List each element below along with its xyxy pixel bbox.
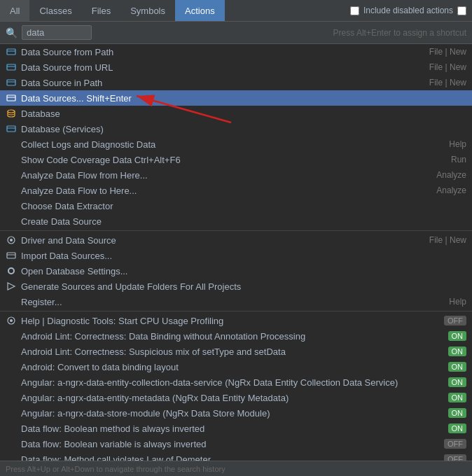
empty-icon xyxy=(6,438,17,449)
search-hint: Press Alt+Enter to assign a shortcut xyxy=(333,28,466,38)
list-item[interactable]: Data Source from Path File | New xyxy=(0,44,472,59)
svg-rect-2 xyxy=(7,64,15,70)
list-item[interactable]: Help | Diagnostic Tools: Start CPU Usage… xyxy=(0,313,472,328)
list-area[interactable]: Data Source from Path File | New Data So… xyxy=(0,44,472,461)
item-label: Create Data Source xyxy=(21,216,466,227)
list-item[interactable]: Database (Services) xyxy=(0,121,472,136)
list-item[interactable]: Angular: a-ngrx-data-entity-metadata (Ng… xyxy=(0,390,472,405)
empty-icon xyxy=(6,185,17,196)
svg-rect-13 xyxy=(7,253,15,258)
item-label: Data flow: Boolean method is always inve… xyxy=(21,424,444,434)
item-label: Generate Sources and Update Folders For … xyxy=(21,281,466,292)
tab-all[interactable]: All xyxy=(0,0,29,21)
list-item[interactable]: Show Code Coverage Data Ctrl+Alt+F6 Run xyxy=(0,152,472,167)
list-item[interactable]: Data flow: Boolean variable is always in… xyxy=(0,436,472,451)
datasource-icon xyxy=(6,46,17,57)
window: All Classes Files Symbols Actions Includ… xyxy=(0,0,472,476)
item-label: Android Lint: Correctness: Data Binding … xyxy=(21,331,444,342)
item-label: Android Lint: Correctness: Suspicious mi… xyxy=(21,346,444,357)
list-item[interactable]: Android Lint: Correctness: Data Binding … xyxy=(0,328,472,344)
empty-icon xyxy=(6,454,17,461)
list-item[interactable]: Analyze Data Flow from Here... Analyze xyxy=(0,167,472,183)
svg-rect-6 xyxy=(7,95,15,101)
empty-icon xyxy=(6,392,17,403)
item-label: Database xyxy=(21,108,466,119)
item-hint: Analyze xyxy=(436,186,466,195)
svg-point-17 xyxy=(10,319,13,322)
include-disabled-checkbox2[interactable] xyxy=(457,6,466,15)
list-item[interactable]: Import Data Sources... xyxy=(0,248,472,263)
tab-classes[interactable]: Classes xyxy=(29,0,81,21)
item-label: Data Source in Path xyxy=(21,78,424,88)
item-label: Angular: a-ngrx-data-entity-metadata (Ng… xyxy=(21,393,444,403)
item-label: Android: Convert to data binding layout xyxy=(21,362,444,372)
item-hint: Analyze xyxy=(436,170,466,180)
list-item-choose-data-extractor[interactable]: Choose Data Extractor xyxy=(0,198,472,214)
item-label: Data Source from Path xyxy=(21,47,424,57)
badge-off: OFF xyxy=(444,439,466,449)
list-item[interactable]: Data flow: Method call violates Law of D… xyxy=(0,451,472,461)
search-row: 🔍 Press Alt+Enter to assign a shortcut xyxy=(0,22,472,44)
search-icon: 🔍 xyxy=(6,27,18,38)
list-item[interactable]: Android Lint: Correctness: Suspicious mi… xyxy=(0,344,472,359)
item-hint: File | New xyxy=(429,78,466,88)
svg-point-12 xyxy=(10,239,13,241)
empty-icon xyxy=(6,216,17,227)
list-item[interactable]: Database xyxy=(0,106,472,121)
status-bar: Press Alt+Up or Alt+Down to navigate thr… xyxy=(0,461,472,476)
list-item[interactable]: Angular: a-ngrx-data-entity-collection-d… xyxy=(0,374,472,390)
tab-symbols[interactable]: Symbols xyxy=(120,0,175,21)
badge-on: ON xyxy=(448,393,467,402)
tab-files[interactable]: Files xyxy=(82,0,120,21)
empty-icon xyxy=(6,139,17,150)
empty-icon xyxy=(6,423,17,434)
item-label: Help | Diagnostic Tools: Start CPU Usage… xyxy=(21,316,440,326)
divider xyxy=(0,311,472,312)
item-label: Data flow: Boolean variable is always in… xyxy=(21,439,440,449)
include-disabled-checkbox[interactable] xyxy=(350,6,359,15)
list-item[interactable]: Driver and Data Source File | New xyxy=(0,232,472,248)
item-hint: File | New xyxy=(429,235,466,245)
item-label: Register... xyxy=(21,297,443,307)
svg-marker-15 xyxy=(8,283,15,290)
svg-rect-0 xyxy=(7,49,15,55)
list-item[interactable]: Analyze Data Flow to Here... Analyze xyxy=(0,183,472,198)
list-item[interactable]: Create Data Source xyxy=(0,214,472,229)
badge-on: ON xyxy=(448,362,467,372)
datasource-icon xyxy=(6,77,17,88)
list-item[interactable]: Angular: a-ngrx-data-store-module (NgRx … xyxy=(0,405,472,421)
generate-icon xyxy=(6,281,17,292)
item-label: Analyze Data Flow to Here... xyxy=(21,186,431,196)
empty-icon xyxy=(6,377,17,388)
item-label: Data Sources... Shift+Enter xyxy=(21,93,466,104)
datasource-icon xyxy=(6,92,17,104)
empty-icon xyxy=(6,330,17,342)
tool-icon xyxy=(6,315,17,326)
svg-rect-9 xyxy=(7,126,15,132)
badge-on: ON xyxy=(448,408,467,418)
item-hint: File | New xyxy=(429,47,466,57)
datasource-icon xyxy=(6,62,17,73)
empty-icon xyxy=(6,361,17,372)
item-label: Angular: a-ngrx-data-entity-collection-d… xyxy=(21,377,444,388)
tab-actions[interactable]: Actions xyxy=(175,0,225,21)
list-item[interactable]: Android: Convert to data binding layout … xyxy=(0,359,472,374)
item-label: Open Database Settings... xyxy=(21,266,466,276)
svg-point-8 xyxy=(8,110,15,113)
list-item[interactable]: Data Source in Path File | New xyxy=(0,75,472,90)
divider xyxy=(0,230,472,231)
list-item-datasources-selected[interactable]: Data Sources... Shift+Enter xyxy=(0,90,472,106)
item-label: Show Code Coverage Data Ctrl+Alt+F6 xyxy=(21,155,445,165)
list-item[interactable]: Open Database Settings... xyxy=(0,263,472,279)
list-item[interactable]: Generate Sources and Update Folders For … xyxy=(0,279,472,294)
list-item[interactable]: Data flow: Boolean method is always inve… xyxy=(0,421,472,436)
item-label: Choose Data Extractor xyxy=(21,201,466,211)
item-label: Collect Logs and Diagnostic Data xyxy=(21,139,443,150)
list-item[interactable]: Data Source from URL File | New xyxy=(0,59,472,75)
database-icon xyxy=(6,108,17,119)
item-hint: File | New xyxy=(429,62,466,72)
list-item[interactable]: Collect Logs and Diagnostic Data Help xyxy=(0,136,472,152)
search-input[interactable] xyxy=(22,25,92,40)
list-item[interactable]: Register... Help xyxy=(0,294,472,309)
item-hint: Help xyxy=(449,139,466,149)
